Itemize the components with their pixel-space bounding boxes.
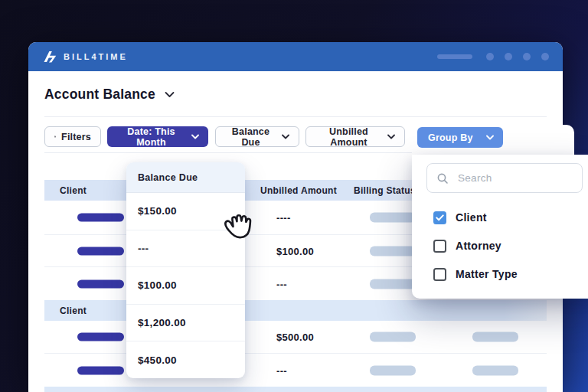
balance-due-column-header: Balance Due	[126, 162, 245, 193]
filters-button-label: Filters	[61, 132, 91, 142]
extra-column-placeholder	[472, 365, 518, 375]
group-by-option-client[interactable]: Client	[433, 208, 487, 227]
header-nav-dot	[486, 53, 494, 60]
column-header-client: Client	[60, 185, 87, 196]
billing-status-placeholder	[370, 365, 416, 375]
checkbox-checked-icon[interactable]	[433, 211, 446, 224]
balance-due-column-card[interactable]: Balance Due $150.00 --- $100.00 $1,200.0…	[126, 162, 245, 378]
unbilled-amount-filter-label: Unbilled Amount	[315, 126, 382, 148]
title-divider	[44, 116, 547, 117]
balance-due-cell: $450.00	[126, 341, 245, 378]
table-row: $500.00	[44, 321, 547, 354]
billing-status-placeholder	[370, 213, 416, 223]
unbilled-amount-cell: $500.00	[276, 332, 314, 343]
brand-name: BILL4TIME	[64, 52, 128, 61]
unbilled-amount-cell: ---	[276, 364, 287, 376]
chevron-down-icon	[486, 135, 494, 140]
header-skeleton	[437, 53, 549, 60]
unbilled-amount-cell: ----	[276, 212, 291, 224]
balance-due-cell: $1,200.00	[126, 305, 245, 342]
table-group-header: Client	[44, 300, 547, 321]
balance-due-cell: $100.00	[126, 267, 245, 305]
checkbox-unchecked-icon[interactable]	[433, 240, 446, 253]
sliders-icon	[54, 132, 56, 141]
unbilled-amount-filter-button[interactable]: Unbilled Amount	[305, 126, 405, 147]
group-by-option-matter-type[interactable]: Matter Type	[433, 265, 518, 283]
grab-cursor-icon	[218, 204, 262, 250]
unbilled-amount-cell: ---	[276, 278, 287, 289]
client-name-placeholder	[77, 333, 124, 341]
extra-column-placeholder	[472, 332, 518, 342]
bill4time-logo-icon	[44, 51, 57, 63]
chevron-down-icon	[191, 134, 199, 139]
header-skeleton-line	[437, 54, 472, 59]
filters-button[interactable]: Filters	[44, 126, 101, 147]
header-nav-dot	[541, 53, 549, 60]
group-by-button[interactable]: Group By	[417, 127, 503, 148]
header-nav-dot	[505, 53, 512, 60]
search-icon	[436, 172, 449, 185]
billing-status-placeholder	[370, 246, 416, 256]
balance-due-filter-label: Balance Due	[225, 126, 276, 148]
checkbox-unchecked-icon[interactable]	[433, 268, 446, 281]
group-by-option-attorney[interactable]: Attorney	[433, 237, 501, 255]
chevron-down-icon	[387, 134, 395, 139]
billing-status-placeholder	[370, 279, 416, 289]
table-row: ---	[44, 354, 547, 387]
column-header-unbilled: Unbilled Amount	[260, 185, 337, 196]
group-header-label: Client	[60, 305, 87, 316]
page-background: BILL4TIME Account Balance	[0, 0, 588, 392]
group-by-button-label: Group By	[428, 132, 473, 143]
header-nav-dot	[523, 53, 531, 60]
next-group-header-cut	[44, 387, 547, 392]
group-by-menu: Client Attorney Matter Type	[412, 155, 588, 299]
date-filter-label: Date: This Month	[116, 126, 186, 148]
column-header-billing-status: Billing Status	[354, 185, 416, 196]
chevron-down-icon[interactable]	[165, 91, 175, 98]
billing-status-placeholder	[370, 332, 416, 342]
page-title: Account Balance	[44, 87, 155, 103]
client-name-placeholder	[77, 366, 124, 374]
option-label: Attorney	[456, 240, 501, 252]
client-name-placeholder	[77, 279, 124, 288]
app-header-bar: BILL4TIME	[28, 42, 563, 71]
option-label: Matter Type	[456, 268, 518, 280]
chevron-down-icon	[282, 134, 289, 139]
balance-due-filter-button[interactable]: Balance Due	[215, 126, 299, 147]
group-by-search-box[interactable]	[426, 163, 583, 193]
option-label: Client	[456, 211, 487, 224]
unbilled-amount-cell: $100.00	[276, 245, 314, 256]
group-by-search-input[interactable]	[456, 172, 548, 185]
client-name-placeholder	[77, 247, 124, 255]
client-name-placeholder	[77, 214, 124, 222]
date-filter-button[interactable]: Date: This Month	[107, 126, 208, 147]
